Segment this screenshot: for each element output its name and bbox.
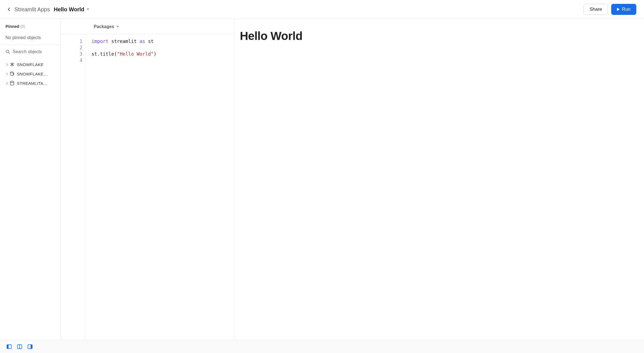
packages-dropdown[interactable]: Packages — [61, 19, 234, 34]
line-number: 1 — [61, 38, 82, 45]
chevron-right-icon — [5, 63, 8, 66]
breadcrumb-current-dropdown[interactable]: Hello World — [54, 6, 89, 13]
packages-label: Packages — [94, 24, 114, 29]
code-content[interactable]: import streamlit as stst.title("Hello Wo… — [85, 34, 156, 340]
code-line[interactable] — [92, 45, 156, 51]
chevron-down-icon — [116, 26, 119, 28]
svg-rect-7 — [31, 345, 32, 349]
share-button[interactable]: Share — [584, 4, 608, 15]
chevron-down-icon — [87, 9, 89, 10]
code-editor[interactable]: 1234 import streamlit as stst.title("Hel… — [61, 34, 234, 340]
search-row[interactable] — [0, 45, 60, 59]
breadcrumb: Streamlit Apps Hello World — [8, 6, 89, 13]
line-number: 2 — [61, 45, 82, 51]
sidebar: Pinned (0) No pinned objects SNOWFLAKESN… — [0, 19, 61, 340]
editor-pane: Packages 1234 import streamlit as stst.t… — [61, 19, 234, 340]
footer-bar — [0, 340, 644, 353]
tree-item[interactable]: SNOWFLAKE… — [3, 69, 58, 78]
breadcrumb-current-label: Hello World — [54, 6, 84, 13]
layout-left-button[interactable] — [7, 344, 12, 349]
code-line[interactable] — [92, 57, 156, 64]
db-icon — [10, 81, 15, 86]
header-actions: Share Run — [584, 4, 636, 15]
svg-line-1 — [9, 53, 10, 54]
editor-preview-split: Packages 1234 import streamlit as stst.t… — [61, 19, 644, 340]
search-input[interactable] — [13, 49, 55, 54]
tree-item-label: SNOWFLAKE… — [17, 72, 48, 76]
tree-item[interactable]: SNOWFLAKE — [3, 60, 58, 69]
tree-item-label: STREAMLITA… — [17, 81, 47, 86]
chevron-right-icon — [5, 82, 8, 85]
search-icon — [6, 50, 10, 54]
pinned-count: (0) — [20, 24, 25, 29]
run-button[interactable]: Run — [611, 4, 636, 15]
code-line[interactable]: st.title("Hello World") — [92, 51, 156, 57]
header-bar: Streamlit Apps Hello World Share Run — [0, 0, 644, 19]
breadcrumb-parent-link[interactable]: Streamlit Apps — [14, 6, 50, 13]
tree-item-label: SNOWFLAKE — [17, 62, 44, 67]
play-icon — [617, 8, 620, 11]
preview-pane: Hello World — [234, 19, 644, 340]
pinned-label: Pinned — [6, 24, 19, 29]
chevron-right-icon — [5, 72, 8, 75]
layout-right-button[interactable] — [28, 344, 33, 349]
db-share-icon — [10, 71, 15, 76]
preview-title: Hello World — [240, 29, 638, 43]
object-tree: SNOWFLAKESNOWFLAKE…STREAMLITA… — [0, 59, 60, 89]
run-button-label: Run — [622, 7, 630, 12]
svg-rect-3 — [7, 345, 9, 349]
layout-split-button[interactable] — [17, 344, 22, 349]
snowflake-icon — [10, 62, 15, 67]
svg-point-0 — [6, 50, 9, 53]
code-line[interactable]: import streamlit as st — [92, 38, 156, 45]
main-row: Pinned (0) No pinned objects SNOWFLAKESN… — [0, 19, 644, 340]
line-number: 4 — [61, 57, 82, 64]
pinned-header: Pinned (0) — [0, 19, 60, 32]
back-icon[interactable] — [8, 7, 10, 12]
line-number: 3 — [61, 51, 82, 57]
line-number-gutter: 1234 — [61, 34, 85, 340]
pinned-empty-text: No pinned objects — [0, 32, 60, 45]
tree-item[interactable]: STREAMLITA… — [3, 78, 58, 88]
